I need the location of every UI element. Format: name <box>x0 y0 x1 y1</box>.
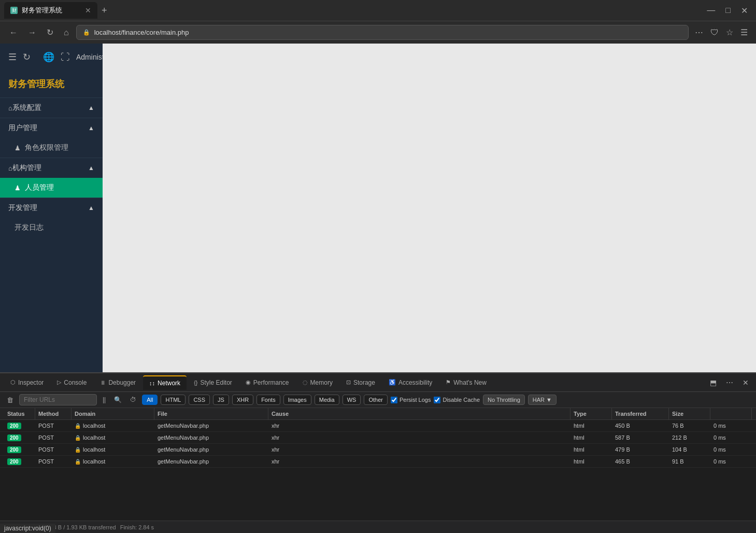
whats-new-label: What's New <box>453 379 487 386</box>
refresh-button[interactable]: ↻ <box>44 25 56 39</box>
filter-images-button[interactable]: Images <box>283 395 311 405</box>
devtools-dock-button[interactable]: ⬒ <box>707 377 720 388</box>
network-search-button[interactable]: 🔍 <box>111 395 124 405</box>
disable-cache-label[interactable]: Disable Cache <box>434 397 480 403</box>
sidebar-item-user-management[interactable]: 用户管理 ▲ <box>0 118 103 138</box>
tab-debugger[interactable]: ⏸ Debugger <box>94 376 142 389</box>
address-bar[interactable]: 🔒 localhost/finance/core/main.php <box>76 25 689 40</box>
finish-time: Finish: 2.84 s <box>120 524 154 530</box>
chevron-up-icon-3: ▲ <box>88 164 94 172</box>
tab-network[interactable]: ↕↕ Network <box>143 375 187 390</box>
filter-js-button[interactable]: JS <box>213 395 229 405</box>
sidebar-org-label: 机构管理 <box>12 163 41 173</box>
sidebar-item-org-management[interactable]: ⌂ 机构管理 ▲ <box>0 158 103 178</box>
filter-html-button[interactable]: HTML <box>161 395 186 405</box>
row2-time: 0 ms <box>710 432 752 443</box>
lock-icon: 🔒 <box>83 29 90 36</box>
devtools-status-bar: ◎ 4 requests 483 B / 1.93 KB transferred… <box>0 521 756 533</box>
col-size: Size <box>669 408 710 419</box>
row4-status: 200 <box>4 456 35 467</box>
col-time <box>710 408 752 419</box>
row3-size: 104 B <box>669 444 710 455</box>
row1-domain: 🔒 localhost <box>72 420 154 431</box>
row1-time: 0 ms <box>710 420 752 431</box>
tab-console[interactable]: ▷ Console <box>51 376 93 389</box>
performance-label: Performance <box>253 379 289 386</box>
network-clear-button[interactable]: 🗑 <box>4 395 16 405</box>
network-pause-button[interactable]: || <box>100 395 108 405</box>
accessibility-label: Accessibility <box>398 379 432 386</box>
sidebar-item-dev-management[interactable]: 开发管理 ▲ <box>0 198 103 218</box>
devtools-tab-bar: ⬡ Inspector ▷ Console ⏸ Debugger ↕↕ Netw… <box>0 373 756 392</box>
console-icon: ▷ <box>57 379 61 386</box>
sidebar-role-label: 角色权限管理 <box>25 143 68 152</box>
forward-button[interactable]: → <box>25 26 39 39</box>
row3-file: getMenuNavbar.php <box>154 444 268 455</box>
app-menu-icon[interactable]: ☰ <box>8 51 17 63</box>
tab-inspector[interactable]: ⬡ Inspector <box>4 376 50 389</box>
back-button[interactable]: ← <box>6 26 21 39</box>
sidebar-item-dev-log[interactable]: 开发日志 <box>0 218 103 237</box>
network-label: Network <box>158 380 180 387</box>
filter-url-input[interactable] <box>19 394 97 405</box>
persist-logs-checkbox[interactable] <box>391 397 397 403</box>
tab-close-button[interactable]: ✕ <box>85 7 91 14</box>
filter-other-button[interactable]: Other <box>364 395 388 405</box>
app-user[interactable]: Administrator ▼ <box>76 53 103 61</box>
devtools-close-button[interactable]: ✕ <box>739 377 752 388</box>
minimize-button[interactable]: — <box>703 4 719 17</box>
table-row[interactable]: 200 POST 🔒 localhost getMenuNavbar.php x… <box>0 420 756 432</box>
maximize-button[interactable]: □ <box>721 4 735 17</box>
bookmark-icon[interactable]: ☆ <box>724 25 735 39</box>
row3-type: html <box>570 444 612 455</box>
tab-storage[interactable]: ⊡ Storage <box>340 376 381 389</box>
persist-logs-label[interactable]: Persist Logs <box>391 397 431 403</box>
browser-tab-active[interactable]: 财 财务管理系统 ✕ <box>4 2 97 19</box>
extensions-icon[interactable]: ⋯ <box>693 25 705 39</box>
app-refresh-icon[interactable]: ↻ <box>23 51 31 63</box>
home-button[interactable]: ⌂ <box>61 26 72 39</box>
table-row[interactable]: 200 POST 🔒 localhost getMenuNavbar.php x… <box>0 444 756 456</box>
col-domain: Domain <box>72 408 154 419</box>
sidebar-item-personnel[interactable]: ♟ 人员管理 <box>0 178 103 198</box>
network-clock-button[interactable]: ⏱ <box>127 395 139 405</box>
filter-css-button[interactable]: CSS <box>189 395 210 405</box>
sidebar-item-system-config[interactable]: ⌂ 系统配置 ▲ <box>0 97 103 118</box>
har-button[interactable]: HAR ▼ <box>528 395 557 405</box>
close-button[interactable]: ✕ <box>737 4 752 18</box>
row4-domain: 🔒 localhost <box>72 456 154 467</box>
sidebar-item-role-permissions[interactable]: ♟ 角色权限管理 <box>0 138 103 158</box>
sidebar-dev-log-label: 开发日志 <box>15 223 44 232</box>
filter-xhr-button[interactable]: XHR <box>232 395 253 405</box>
row1-type: html <box>570 420 612 431</box>
throttling-button[interactable]: No Throttling <box>483 395 525 405</box>
tab-performance[interactable]: ◉ Performance <box>239 376 295 389</box>
filter-media-button[interactable]: Media <box>315 395 339 405</box>
network-icon: ↕↕ <box>149 380 155 386</box>
new-tab-button[interactable]: + <box>99 3 109 18</box>
filter-fonts-button[interactable]: Fonts <box>256 395 280 405</box>
app-expand-icon[interactable]: ⛶ <box>61 52 70 63</box>
disable-cache-checkbox[interactable] <box>434 397 440 403</box>
row3-transferred: 479 B <box>612 444 669 455</box>
app-globe-icon[interactable]: 🌐 <box>43 51 54 63</box>
menu-icon[interactable]: ☰ <box>738 25 750 39</box>
row2-method: POST <box>35 432 72 443</box>
app-username: Administrator <box>76 53 103 61</box>
tab-memory[interactable]: ◌ Memory <box>296 376 339 389</box>
row1-transferred: 450 B <box>612 420 669 431</box>
tab-whats-new[interactable]: ⚑ What's New <box>439 376 493 389</box>
devtools-more-button[interactable]: ⋯ <box>723 377 736 388</box>
style-icon: {} <box>194 380 197 386</box>
table-row[interactable]: 200 POST 🔒 localhost getMenuNavbar.php x… <box>0 456 756 468</box>
row3-method: POST <box>35 444 72 455</box>
row2-transferred: 587 B <box>612 432 669 443</box>
shield-icon[interactable]: 🛡 <box>708 26 721 39</box>
browser-toolbar: ← → ↻ ⌂ 🔒 localhost/finance/core/main.ph… <box>0 21 756 44</box>
tab-accessibility[interactable]: ♿ Accessibility <box>382 376 438 389</box>
filter-ws-button[interactable]: WS <box>343 395 361 405</box>
table-row[interactable]: 200 POST 🔒 localhost getMenuNavbar.php x… <box>0 432 756 444</box>
tab-style-editor[interactable]: {} Style Editor <box>188 376 238 389</box>
row4-cause: xhr <box>268 456 570 467</box>
filter-all-button[interactable]: All <box>142 395 158 405</box>
